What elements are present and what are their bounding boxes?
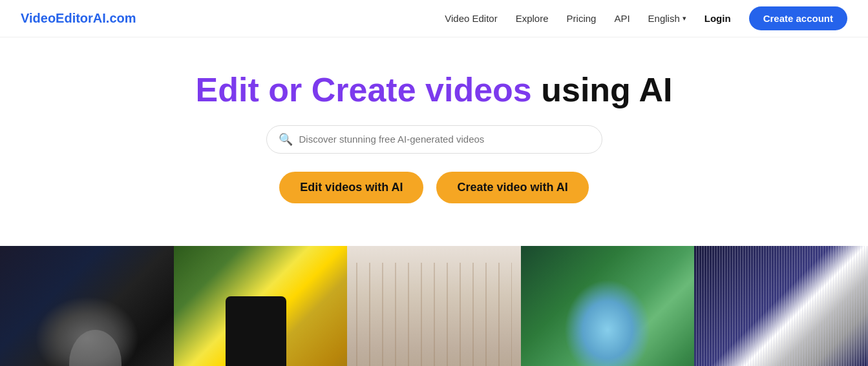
nav-pricing[interactable]: Pricing — [567, 13, 597, 24]
hero-title-suffix: using AI — [541, 71, 672, 108]
video-thumbnail-5 — [694, 246, 868, 366]
login-button[interactable]: Login — [704, 13, 731, 24]
navbar: VideoEditorAI.com Video Editor Explore P… — [0, 0, 868, 37]
video-grid: Vintage clip of a ghostly chef rotted co… — [0, 246, 868, 366]
nav-explore[interactable]: Explore — [516, 13, 549, 24]
hero-section: Edit or Create videos using AI 🔍 Edit vi… — [0, 37, 868, 246]
language-selector[interactable]: English ▾ — [648, 13, 686, 24]
edit-videos-button[interactable]: Edit videos with AI — [279, 172, 423, 203]
create-account-button[interactable]: Create account — [749, 6, 847, 30]
search-bar: 🔍 — [266, 125, 602, 154]
video-thumbnail-1 — [0, 246, 174, 366]
brand-logo[interactable]: VideoEditorAI.com — [21, 11, 136, 26]
video-card-3[interactable]: Estudiantes en un colegio — [347, 246, 521, 366]
video-thumbnail-2 — [174, 246, 348, 366]
search-input[interactable] — [299, 134, 590, 145]
chevron-down-icon: ▾ — [683, 14, 686, 23]
video-card-5[interactable]: vidéo abstraite avec des flash blanc et … — [694, 246, 868, 366]
hero-title-colored: Edit or Create videos — [196, 71, 532, 108]
video-thumbnail-3 — [347, 246, 521, 366]
video-card-2[interactable]: cat dancing — [174, 246, 348, 366]
video-card-4[interactable]: um pássaro voando — [521, 246, 695, 366]
video-card-1[interactable]: Vintage clip of a ghostly chef rotted co… — [0, 246, 174, 366]
nav-api[interactable]: API — [614, 13, 630, 24]
create-video-button[interactable]: Create video with AI — [436, 172, 588, 203]
language-label: English — [648, 13, 680, 24]
video-thumbnail-4 — [521, 246, 695, 366]
cta-buttons: Edit videos with AI Create video with AI — [13, 172, 855, 203]
nav-links: Video Editor Explore Pricing API English… — [445, 6, 847, 30]
nav-video-editor[interactable]: Video Editor — [445, 13, 497, 24]
search-icon: 🔍 — [279, 132, 293, 147]
hero-title: Edit or Create videos using AI — [13, 71, 855, 110]
